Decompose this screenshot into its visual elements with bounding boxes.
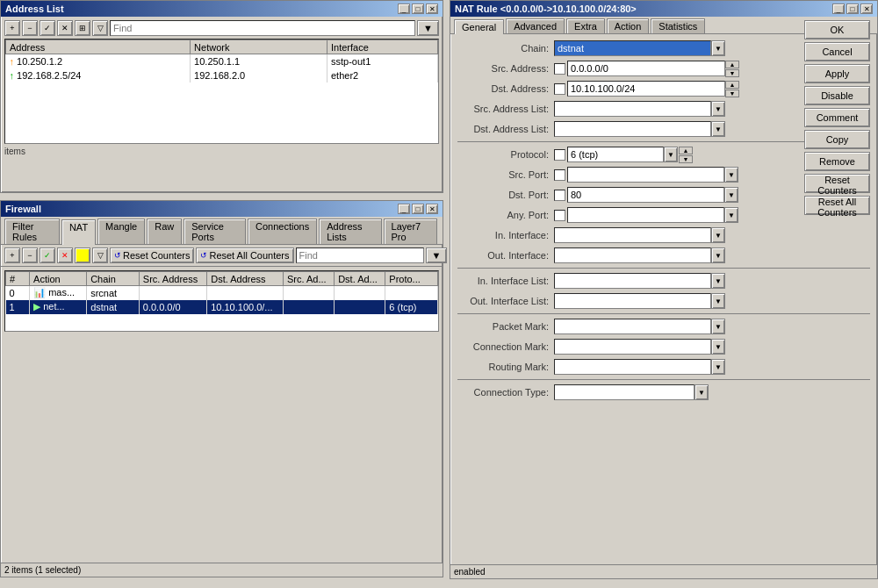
tab-address-lists[interactable]: Address Lists xyxy=(319,219,381,244)
filter-btn[interactable]: ▽ xyxy=(92,20,108,36)
tab-mangle[interactable]: Mangle xyxy=(97,219,145,244)
add-btn[interactable]: + xyxy=(4,20,20,36)
minimize-btn[interactable]: _ xyxy=(398,4,410,14)
edit-btn[interactable]: ✓ xyxy=(40,20,55,36)
dst-port-input[interactable] xyxy=(567,187,724,203)
fw-enable-btn[interactable]: ✓ xyxy=(40,247,55,263)
nat-reset-all-btn[interactable]: Reset All Counters xyxy=(804,196,870,215)
tab-service-ports[interactable]: Service Ports xyxy=(184,219,246,244)
tab-layer7[interactable]: Layer7 Pro xyxy=(384,219,437,244)
any-port-input[interactable] xyxy=(567,207,724,223)
dst-port-checkbox[interactable] xyxy=(554,190,565,201)
tab-nat[interactable]: NAT xyxy=(61,219,96,245)
in-iface-list-dropdown-btn[interactable]: ▼ xyxy=(711,273,725,289)
nat-minimize-btn[interactable]: _ xyxy=(832,4,845,14)
fw-add-btn[interactable]: + xyxy=(4,247,20,263)
fw-find-btn[interactable]: ▼ xyxy=(426,247,448,263)
dst-address-up-btn[interactable]: ▲ xyxy=(725,81,739,89)
src-port-dropdown-btn[interactable]: ▼ xyxy=(724,167,738,183)
fw-minimize-btn[interactable]: _ xyxy=(398,204,410,214)
fw-filter-btn[interactable]: ▽ xyxy=(92,247,108,263)
dst-address-list-input[interactable] xyxy=(554,121,711,137)
reset-counters-btn[interactable]: ↺ Reset Counters xyxy=(110,247,194,263)
remove-btn[interactable]: − xyxy=(22,20,38,36)
proto-up-btn[interactable]: ▲ xyxy=(679,147,693,154)
tab-raw[interactable]: Raw xyxy=(147,219,182,244)
in-interface-list-input[interactable] xyxy=(554,273,711,289)
find-input[interactable] xyxy=(110,20,415,36)
fw-color-btn[interactable] xyxy=(75,247,90,263)
src-address-down-btn[interactable]: ▼ xyxy=(725,69,739,77)
out-iface-dropdown-btn[interactable]: ▼ xyxy=(711,247,725,263)
fw-find-input[interactable] xyxy=(296,247,424,263)
fw-close-btn[interactable]: ✕ xyxy=(426,204,438,214)
src-address-list-input[interactable] xyxy=(554,101,711,117)
find-btn[interactable]: ▼ xyxy=(417,20,439,36)
close-btn[interactable]: ✕ xyxy=(426,4,438,14)
nat-maximize-btn[interactable]: □ xyxy=(846,4,859,14)
copy-btn2[interactable]: ⊞ xyxy=(75,20,90,36)
nat-close-btn[interactable]: ✕ xyxy=(860,4,873,14)
ok-btn[interactable]: OK xyxy=(804,20,870,39)
nat-tab-action[interactable]: Action xyxy=(607,18,650,33)
src-list-dropdown-btn[interactable]: ▼ xyxy=(711,101,725,117)
fw-cell-srcad xyxy=(283,300,334,314)
comment-btn[interactable]: Comment xyxy=(804,108,870,127)
conn-mark-dropdown-btn[interactable]: ▼ xyxy=(711,339,725,355)
proto-dropdown-btn[interactable]: ▼ xyxy=(664,147,678,162)
disable-btn[interactable]: Disable xyxy=(804,86,870,105)
routing-mark-input[interactable] xyxy=(554,359,711,375)
fw-remove-btn[interactable]: − xyxy=(22,247,38,263)
dst-address-down-btn[interactable]: ▼ xyxy=(725,90,739,97)
table-row[interactable]: 1 ▶ net... dstnat 0.0.0.0/0 10.10.100.0/… xyxy=(6,300,438,314)
packet-mark-dropdown-btn[interactable]: ▼ xyxy=(711,319,725,334)
src-port-checkbox[interactable] xyxy=(554,169,565,181)
apply-btn[interactable]: Apply xyxy=(804,64,870,83)
connection-type-input[interactable] xyxy=(554,384,694,400)
nat-tab-advanced[interactable]: Advanced xyxy=(506,18,565,33)
nat-tab-general[interactable]: General xyxy=(454,19,504,34)
table-row[interactable]: ↑ 10.250.1.2 10.250.1.1 sstp-out1 xyxy=(6,54,438,68)
fw-maximize-btn[interactable]: □ xyxy=(412,204,424,214)
copy-btn[interactable]: Copy xyxy=(804,130,870,149)
nat-titlebar-controls: _ □ ✕ xyxy=(832,4,873,14)
dst-address-input[interactable] xyxy=(567,81,725,97)
out-interface-list-input[interactable] xyxy=(554,293,711,309)
src-address-checkbox[interactable] xyxy=(554,63,565,75)
protocol-checkbox[interactable] xyxy=(554,149,565,161)
in-iface-dropdown-btn[interactable]: ▼ xyxy=(711,227,725,243)
in-interface-input[interactable] xyxy=(554,227,711,243)
tab-connections[interactable]: Connections xyxy=(248,219,317,244)
fw-disable-btn[interactable]: ✕ xyxy=(57,247,73,263)
conn-type-dropdown-btn[interactable]: ▼ xyxy=(694,384,709,400)
cancel-btn[interactable]: Cancel xyxy=(804,42,870,61)
nat-tab-extra[interactable]: Extra xyxy=(566,18,605,33)
nat-tab-statistics[interactable]: Statistics xyxy=(651,18,705,33)
delete-btn[interactable]: ✕ xyxy=(57,20,73,36)
proto-down-btn[interactable]: ▼ xyxy=(679,155,693,163)
remove-btn2[interactable]: Remove xyxy=(804,152,870,171)
protocol-input[interactable] xyxy=(567,147,664,162)
src-address-up-btn[interactable]: ▲ xyxy=(725,61,739,68)
dst-address-checkbox[interactable] xyxy=(554,83,565,95)
dst-port-dropdown-btn[interactable]: ▼ xyxy=(724,187,738,203)
tab-filter-rules[interactable]: Filter Rules xyxy=(4,219,60,244)
fw-cell-chain: dstnat xyxy=(87,300,140,314)
nat-reset-counters-btn[interactable]: Reset Counters xyxy=(804,174,870,193)
chain-input[interactable] xyxy=(554,40,711,56)
packet-mark-input[interactable] xyxy=(554,319,711,334)
out-interface-input[interactable] xyxy=(554,247,711,263)
any-port-checkbox[interactable] xyxy=(554,210,565,221)
src-port-input[interactable] xyxy=(567,167,724,183)
any-port-dropdown-btn[interactable]: ▼ xyxy=(724,207,738,223)
table-row[interactable]: ↑ 192.168.2.5/24 192.168.2.0 ether2 xyxy=(6,68,438,82)
routing-mark-dropdown-btn[interactable]: ▼ xyxy=(711,359,725,375)
connection-mark-input[interactable] xyxy=(554,339,711,355)
out-iface-list-dropdown-btn[interactable]: ▼ xyxy=(711,293,725,309)
table-row[interactable]: 0 📊 mas... srcnat xyxy=(6,286,438,300)
dst-list-dropdown-btn[interactable]: ▼ xyxy=(711,121,725,137)
reset-all-counters-btn[interactable]: ↺ Reset All Counters xyxy=(196,247,293,263)
chain-dropdown-btn[interactable]: ▼ xyxy=(711,40,725,56)
src-address-input[interactable] xyxy=(567,61,725,76)
maximize-btn[interactable]: □ xyxy=(412,4,424,14)
